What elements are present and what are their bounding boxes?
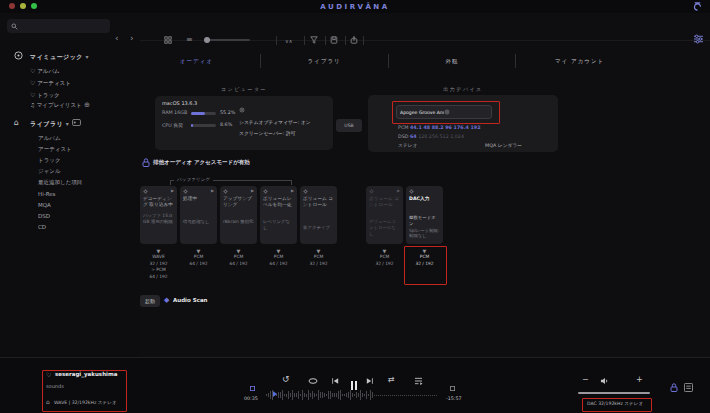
ram-value: 55.2% — [220, 110, 235, 115]
cpu-value: 8.6% — [220, 122, 232, 127]
pcm-rates: 44.1 48 88.2 96 176.4 192 — [410, 125, 481, 130]
sidebar-section-library[interactable]: ライブラリ ▾ — [30, 120, 69, 129]
remaining-time: -15:57 — [446, 396, 462, 401]
app-title: AUDIRVĀNA — [0, 3, 710, 11]
format-after-decoding: ▼ WAVE32 / 192 > PCM64 / 192 — [140, 248, 177, 280]
gear-icon[interactable] — [263, 189, 268, 194]
heart-icon: ♡ — [30, 79, 35, 86]
sidebar-section-my-music[interactable]: マイミュージック ▾ — [30, 53, 89, 62]
search-input[interactable] — [18, 22, 106, 31]
sidebar-item-fav-artists[interactable]: ♡ アーティスト — [30, 79, 71, 87]
cpu-bar — [191, 124, 216, 127]
tab-library[interactable]: ライブラリ — [260, 54, 388, 68]
mqa-renderer-label: MQA レンダラー — [485, 142, 522, 148]
gear-icon[interactable] — [183, 189, 188, 194]
volume-up-button[interactable]: + — [636, 375, 643, 384]
dsd-rates-unsupported: 128 256 512 1,024 — [418, 134, 464, 139]
computer-card: macOS 13.6.3 RAM 16GB 55.2% CPU 負荷 8.6% … — [155, 96, 333, 150]
speaker-icon[interactable] — [600, 377, 609, 385]
playhead-marker[interactable] — [273, 391, 277, 397]
format-after-processing: ▼ PCM64 / 192 — [180, 248, 217, 267]
usb-connection-badge: USB — [336, 119, 362, 132]
exclusive-lock-icon[interactable] — [670, 383, 678, 392]
gear-icon[interactable] — [239, 107, 245, 113]
previous-track-button[interactable] — [331, 377, 339, 385]
stage-volume-control[interactable]: ボリューム コントロール 非アクティブ — [300, 186, 337, 244]
gear-icon[interactable] — [303, 189, 308, 194]
volume-slider[interactable] — [578, 392, 650, 394]
repeat-icon[interactable]: ↺ — [282, 374, 290, 384]
gear-icon[interactable] — [409, 189, 414, 194]
my-music-icon — [14, 51, 23, 60]
sidebar-item-artists[interactable]: アーティスト — [38, 146, 72, 153]
play-icon: ▶ — [251, 188, 254, 193]
loop-marker-a-icon[interactable] — [250, 386, 255, 391]
annotation-now-playing — [42, 370, 127, 412]
tab-account[interactable]: マイ アカウント — [515, 54, 643, 68]
waveform-seek-bar[interactable] — [266, 389, 444, 401]
tab-appearance[interactable]: 外観 — [388, 54, 516, 68]
stage-dac-input[interactable]: DAC入力 整数モードオン Splレート制限:制限なし — [406, 186, 443, 244]
dsd-rates-supported: 64 — [410, 134, 417, 139]
sidebar-item-dsd[interactable]: DSD — [38, 213, 50, 219]
sidebar: マイミュージック ▾ ♡ アルバム ♡ アーティスト ♡ トラック ♫ マイプレ… — [0, 40, 140, 358]
sidebar-item-recent[interactable]: 最近追加した項目 — [38, 179, 82, 186]
audirvana-window: AUDIRVĀNA ‹ › ≡ ∨∧ — [0, 0, 710, 413]
channel-mode: ステレオ — [398, 142, 418, 148]
stage-device-volume[interactable]: ▶ ボリューム コントロール ボリュームコントロールなし — [366, 186, 403, 244]
settings-page: オーディオ ライブラリ 外観 マイ アカウント コンピューター macOS 13… — [140, 40, 710, 358]
annotation-output-format — [582, 398, 652, 412]
playlist-icon: ♫ — [30, 102, 35, 108]
audio-scan-label[interactable]: Audio Scan — [173, 297, 208, 303]
tab-audio[interactable]: オーディオ — [133, 54, 260, 68]
gear-icon[interactable] — [223, 189, 228, 194]
launch-button[interactable]: 起動 — [140, 295, 160, 307]
search-box[interactable] — [7, 19, 110, 33]
audirvana-logo-icon — [693, 2, 702, 11]
computer-section-title: コンピューター — [155, 86, 333, 92]
ram-label: RAM 16GB — [162, 110, 187, 115]
buffering-bracket: バッファリング — [170, 180, 292, 185]
format-after-volume: ▼ PCM32 / 192 — [300, 248, 337, 267]
next-track-button[interactable] — [366, 377, 374, 385]
search-icon — [11, 23, 18, 30]
add-playlist-button[interactable]: ⊕ — [84, 101, 90, 109]
sidebar-item-fav-albums[interactable]: ♡ アルバム — [30, 67, 60, 75]
sidebar-item-mqa[interactable]: MQA — [38, 202, 51, 208]
shuffle-icon[interactable]: ⇄ — [388, 375, 395, 384]
sidebar-item-genres[interactable]: ジャンル — [38, 168, 61, 175]
format-device-volume: ▼ PCM32 / 192 — [366, 248, 403, 267]
sidebar-item-cd[interactable]: CD — [38, 224, 46, 230]
loop-icon[interactable] — [308, 378, 318, 384]
stage-volume-leveling[interactable]: ▶ ボリュームレベルを均一化 レベリングなし — [260, 186, 297, 244]
titlebar: AUDIRVĀNA — [0, 0, 710, 13]
heart-icon: ♡ — [30, 67, 35, 74]
exclusive-mode-status: 排他オーディオ アクセスモードが有効 — [153, 159, 250, 166]
screensaver-status: スクリーンセーバー: 許可 — [239, 130, 296, 136]
sidebar-item-my-playlists[interactable]: ♫ マイプレイリスト — [30, 102, 82, 109]
ram-bar — [191, 112, 216, 115]
stage-upsampling[interactable]: ▶ アップサンプリング r8brain 無効化 — [220, 186, 257, 244]
sidebar-item-tracks[interactable]: トラック — [38, 157, 61, 164]
gear-icon[interactable] — [369, 189, 374, 194]
toolbar: ‹ › ≡ ∨∧ — [0, 13, 710, 41]
gear-icon[interactable] — [143, 189, 148, 194]
stage-processing[interactable]: ▶ 処理中 信号処理なし — [180, 186, 217, 244]
stage-decoding[interactable]: ▶ デコーディング 取り込み中 バッファ 15.0GB 適用の制限 — [140, 186, 177, 244]
library-icon: ⌂ — [14, 118, 19, 127]
loop-marker-b-icon[interactable] — [450, 386, 455, 391]
sidebar-item-hires[interactable]: Hi-Res — [38, 191, 55, 197]
annotation-output-device — [392, 101, 500, 124]
chevron-down-icon: ▾ — [66, 120, 70, 127]
chevron-down-icon: ▾ — [86, 53, 90, 60]
cpu-label: CPU 負荷 — [162, 122, 183, 128]
output-device-section-title: 出力デバイス — [368, 86, 558, 92]
queue-panel-toggle-icon[interactable] — [684, 383, 693, 392]
sidebar-item-fav-tracks[interactable]: ♡ トラック — [30, 91, 60, 99]
play-queue-icon[interactable] — [414, 377, 423, 385]
sidebar-item-albums[interactable]: アルバム — [38, 135, 61, 142]
library-sync-icon[interactable] — [72, 119, 81, 126]
format-after-upsampling: ▼ PCM64 / 192 — [220, 248, 257, 267]
elapsed-time: 00:35 — [244, 396, 258, 401]
volume-down-button[interactable]: − — [582, 375, 589, 384]
